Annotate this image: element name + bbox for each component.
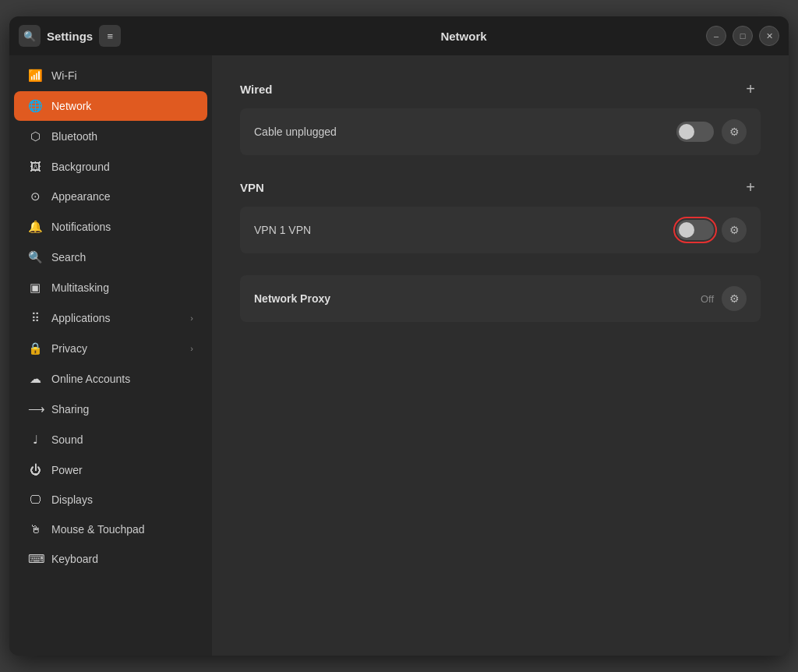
actions-vpn1: ⚙ — [676, 218, 747, 242]
sidebar-item-label-keyboard: Keyboard — [51, 553, 193, 565]
maximize-button[interactable]: □ — [733, 26, 753, 46]
sidebar-item-label-online-accounts: Online Accounts — [51, 373, 193, 385]
section-wired: Wired+Cable unplugged⚙ — [240, 79, 761, 155]
sidebar-item-privacy[interactable]: 🔒Privacy› — [14, 334, 207, 363]
sidebar-item-appearance[interactable]: ⊙Appearance — [14, 182, 207, 211]
network-icon: 🌐 — [28, 99, 42, 113]
add-vpn-button[interactable]: + — [740, 177, 761, 197]
sidebar-item-mouse[interactable]: 🖱Mouse & Touchpad — [14, 515, 207, 543]
sidebar-item-label-network: Network — [51, 100, 193, 112]
sidebar-item-label-background: Background — [51, 161, 193, 173]
label-cable: Cable unplugged — [254, 126, 676, 138]
sidebar-item-label-privacy: Privacy — [51, 342, 181, 355]
appearance-icon: ⊙ — [28, 189, 42, 203]
toggle-cable[interactable] — [676, 122, 714, 142]
sidebar-item-label-multitasking: Multitasking — [51, 281, 193, 294]
add-wired-button[interactable]: + — [740, 79, 761, 99]
actions-cable: ⚙ — [676, 119, 747, 144]
sidebar-item-label-mouse: Mouse & Touchpad — [51, 523, 193, 536]
sound-icon: ♩ — [28, 433, 42, 447]
titlebar-center: Network — [221, 30, 706, 43]
search-button[interactable]: 🔍 — [19, 25, 41, 47]
search-icon: 🔍 — [23, 30, 36, 42]
section-title-wired: Wired — [240, 83, 273, 96]
sidebar-item-label-appearance: Appearance — [51, 190, 193, 203]
sidebar: 📶Wi-Fi🌐Network⬡Bluetooth🖼Background⊙Appe… — [9, 55, 212, 656]
card-proxy: Network ProxyOff⚙ — [240, 275, 761, 322]
multitasking-icon: ▣ — [28, 281, 42, 295]
sidebar-item-label-wifi: Wi-Fi — [51, 69, 193, 82]
sidebar-item-network[interactable]: 🌐Network — [14, 91, 207, 121]
row-cable: Cable unplugged⚙ — [240, 108, 761, 155]
gear-vpn1[interactable]: ⚙ — [722, 218, 747, 242]
online-accounts-icon: ☁ — [28, 372, 42, 386]
sidebar-item-label-sharing: Sharing — [51, 403, 193, 416]
section-header-wired: Wired+ — [240, 79, 761, 99]
toggle-knob-cable — [679, 124, 694, 140]
sidebar-item-background[interactable]: 🖼Background — [14, 152, 207, 181]
gear-network-proxy[interactable]: ⚙ — [722, 286, 747, 311]
titlebar: 🔍 Settings ≡ Network – □ ✕ — [9, 16, 789, 55]
sidebar-item-label-bluetooth: Bluetooth — [51, 130, 193, 143]
hamburger-icon: ≡ — [107, 30, 113, 42]
label-network-proxy: Network Proxy — [254, 292, 701, 305]
sidebar-item-multitasking[interactable]: ▣Multitasking — [14, 273, 207, 302]
titlebar-left: 🔍 Settings ≡ — [19, 25, 221, 47]
displays-icon: 🖵 — [28, 493, 42, 506]
section-vpn: VPN+VPN 1 VPN⚙ — [240, 177, 761, 253]
sidebar-item-label-notifications: Notifications — [51, 221, 193, 233]
bluetooth-icon: ⬡ — [28, 129, 42, 143]
sidebar-item-power[interactable]: ⏻Power — [14, 455, 207, 484]
settings-window: 🔍 Settings ≡ Network – □ ✕ 📶Wi-Fi🌐Networ… — [9, 16, 789, 656]
sidebar-item-label-power: Power — [51, 464, 193, 476]
close-button[interactable]: ✕ — [759, 26, 779, 46]
window-controls: – □ ✕ — [706, 26, 779, 46]
sidebar-item-bluetooth[interactable]: ⬡Bluetooth — [14, 122, 207, 151]
sidebar-item-keyboard[interactable]: ⌨Keyboard — [14, 544, 207, 574]
power-icon: ⏻ — [28, 463, 42, 476]
notifications-icon: 🔔 — [28, 220, 42, 234]
sidebar-item-wifi[interactable]: 📶Wi-Fi — [14, 61, 207, 90]
sidebar-item-label-applications: Applications — [51, 312, 181, 324]
hamburger-button[interactable]: ≡ — [99, 25, 121, 47]
settings-title: Settings — [47, 30, 93, 43]
card-vpn: VPN 1 VPN⚙ — [240, 207, 761, 253]
toggle-knob-vpn1 — [679, 222, 694, 238]
row-vpn1: VPN 1 VPN⚙ — [240, 207, 761, 253]
privacy-icon: 🔒 — [28, 341, 42, 355]
wifi-icon: 📶 — [28, 69, 42, 83]
main-content: 📶Wi-Fi🌐Network⬡Bluetooth🖼Background⊙Appe… — [9, 55, 789, 656]
sidebar-item-notifications[interactable]: 🔔Notifications — [14, 212, 207, 242]
section-header-vpn: VPN+ — [240, 177, 761, 197]
sidebar-item-sharing[interactable]: ⟶Sharing — [14, 394, 207, 424]
gear-cable[interactable]: ⚙ — [722, 119, 747, 144]
toggle-vpn1[interactable] — [676, 220, 714, 240]
mouse-icon: 🖱 — [28, 522, 42, 536]
label-vpn1: VPN 1 VPN — [254, 224, 676, 236]
applications-icon: ⠿ — [28, 311, 42, 325]
background-icon: 🖼 — [28, 160, 42, 173]
sidebar-item-label-sound: Sound — [51, 433, 193, 446]
main-panel: Wired+Cable unplugged⚙VPN+VPN 1 VPN⚙Netw… — [212, 55, 789, 656]
sidebar-item-sound[interactable]: ♩Sound — [14, 425, 207, 454]
status-network-proxy: Off — [701, 293, 714, 305]
keyboard-icon: ⌨ — [28, 552, 42, 566]
sidebar-item-online-accounts[interactable]: ☁Online Accounts — [14, 364, 207, 394]
card-wired: Cable unplugged⚙ — [240, 108, 761, 155]
row-network-proxy: Network ProxyOff⚙ — [240, 275, 761, 322]
actions-network-proxy: Off⚙ — [701, 286, 747, 311]
search-icon: 🔍 — [28, 250, 42, 264]
sidebar-item-displays[interactable]: 🖵Displays — [14, 485, 207, 514]
section-proxy: Network ProxyOff⚙ — [240, 275, 761, 322]
sidebar-item-search[interactable]: 🔍Search — [14, 242, 207, 272]
minimize-button[interactable]: – — [706, 26, 726, 46]
sidebar-item-applications[interactable]: ⠿Applications› — [14, 303, 207, 333]
page-title: Network — [440, 30, 486, 43]
sidebar-item-label-displays: Displays — [51, 493, 193, 506]
sharing-icon: ⟶ — [28, 402, 42, 416]
section-title-vpn: VPN — [240, 181, 264, 194]
chevron-icon-privacy: › — [190, 344, 193, 353]
sidebar-item-label-search: Search — [51, 251, 193, 263]
chevron-icon-applications: › — [190, 313, 193, 323]
